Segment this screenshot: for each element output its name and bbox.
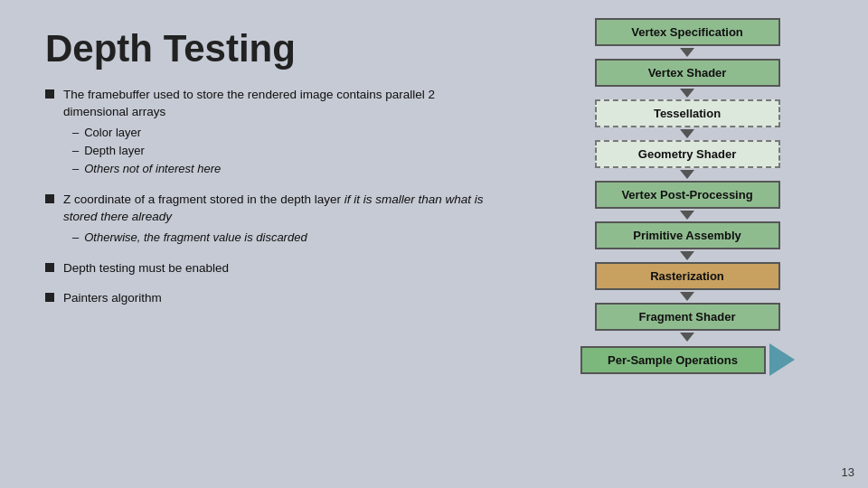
bullet-icon [45, 194, 54, 203]
sub-list-item: Depth layer [72, 143, 488, 159]
slide-title: Depth Testing [45, 27, 488, 70]
bullet-text: Depth testing must be enabled [63, 260, 488, 277]
right-panel: Vertex Specification Vertex Shader Tesse… [515, 0, 868, 488]
slide: Depth Testing The framebuffer used to st… [0, 0, 868, 488]
page-number: 13 [842, 465, 854, 479]
pipeline-stage-per-sample-operations: Per-Sample Operations [580, 346, 766, 374]
sub-list: Color layer Depth layer Others not of in… [63, 125, 488, 178]
arrow-icon [680, 333, 694, 342]
list-item: Z coordinate of a fragment stored in the… [45, 192, 488, 248]
sub-list-item: Otherwise, the fragment value is discard… [72, 230, 488, 246]
bullet-text: The framebuffer used to store the render… [63, 87, 488, 179]
sub-list-item: Others not of interest here [72, 161, 488, 177]
bullet-icon [45, 89, 54, 99]
bullet-icon [45, 263, 54, 272]
bullet-text: Painters algorithm [63, 290, 488, 307]
pipeline-stage-primitive-assembly: Primitive Assembly [595, 221, 780, 249]
sub-list-item: Color layer [72, 125, 488, 141]
pipeline-stage-fragment-shader: Fragment Shader [595, 303, 780, 331]
sub-list: Otherwise, the fragment value is discard… [63, 230, 488, 246]
pipeline-diagram: Vertex Specification Vertex Shader Tesse… [588, 18, 787, 376]
bullet-list: The framebuffer used to store the render… [45, 87, 488, 307]
pipeline-stage-tessellation: Tessellation [595, 99, 780, 127]
pipeline-stage-rasterization: Rasterization [595, 262, 780, 290]
pipeline-stage-geometry-shader: Geometry Shader [595, 140, 780, 168]
bullet-text: Z coordinate of a fragment stored in the… [63, 192, 488, 248]
persample-row: Per-Sample Operations [580, 343, 795, 376]
list-item: The framebuffer used to store the render… [45, 87, 488, 179]
arrow-icon [680, 211, 694, 220]
list-item: Depth testing must be enabled [45, 260, 488, 277]
arrow-icon [680, 292, 694, 301]
side-arrow-icon [769, 343, 795, 376]
pipeline-stage-vertex-specification: Vertex Specification [595, 18, 780, 46]
arrow-icon [680, 48, 694, 57]
list-item: Painters algorithm [45, 290, 488, 307]
arrow-icon [680, 129, 694, 138]
arrow-icon [680, 251, 694, 260]
bullet-icon [45, 293, 54, 302]
pipeline-stage-vertex-shader: Vertex Shader [595, 59, 780, 87]
left-panel: Depth Testing The framebuffer used to st… [0, 0, 515, 488]
pipeline-stage-vertex-post-processing: Vertex Post-Processing [595, 181, 780, 209]
arrow-icon [680, 89, 694, 98]
arrow-icon [680, 170, 694, 179]
